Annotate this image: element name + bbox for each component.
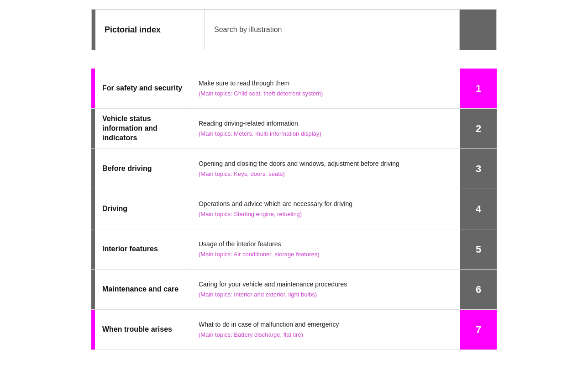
category-area-maintenance: Maintenance and care	[95, 270, 191, 309]
number-box-interior-features[interactable]: 5	[460, 229, 497, 269]
description-main-safety: Make sure to read through them	[199, 79, 452, 88]
description-area-vehicle-status: Reading driving-related information (Mai…	[191, 109, 460, 148]
description-area-trouble: What to do in case of malfunction and em…	[191, 310, 460, 350]
row-accent-vehicle-status	[91, 109, 95, 148]
index-row-before-driving[interactable]: Before driving Opening and closing the d…	[91, 149, 497, 189]
number-box-trouble[interactable]: 7	[460, 310, 497, 350]
description-main-trouble: What to do in case of malfunction and em…	[199, 320, 452, 329]
row-accent-before-driving	[91, 149, 95, 189]
category-area-trouble: When trouble arises	[95, 310, 191, 350]
row-accent-driving	[91, 189, 95, 229]
category-label-interior-features: Interior features	[102, 244, 158, 254]
number-box-driving[interactable]: 4	[460, 189, 497, 229]
row-accent-safety	[91, 69, 95, 108]
description-main-interior-features: Usage of the interior features	[199, 240, 452, 249]
number-label-interior-features: 5	[476, 244, 481, 255]
category-label-vehicle-status: Vehicle status information and indicator…	[102, 114, 184, 143]
category-label-before-driving: Before driving	[102, 164, 152, 174]
number-label-safety: 1	[476, 83, 481, 95]
header-title: Pictorial index	[105, 25, 161, 35]
header-search-area[interactable]: Search by illustration	[205, 10, 460, 50]
description-sub-vehicle-status: (Main topics: Meters, multi-information …	[199, 130, 452, 138]
description-main-vehicle-status: Reading driving-related information	[199, 119, 452, 128]
header-section: Pictorial index Search by illustration	[91, 9, 497, 50]
number-box-before-driving[interactable]: 3	[460, 149, 497, 189]
category-area-before-driving: Before driving	[95, 149, 191, 189]
description-area-interior-features: Usage of the interior features (Main top…	[191, 229, 460, 269]
description-area-before-driving: Opening and closing the doors and window…	[191, 149, 460, 189]
index-row-interior-features[interactable]: Interior features Usage of the interior …	[91, 229, 497, 270]
category-area-safety: For safety and security	[95, 69, 191, 108]
header-icon-box[interactable]	[460, 10, 496, 50]
description-main-maintenance: Caring for your vehicle and maintenance …	[199, 280, 452, 289]
description-sub-maintenance: (Main topics: Interior and exterior, lig…	[199, 291, 452, 299]
category-area-interior-features: Interior features	[95, 229, 191, 269]
description-sub-driving: (Main topics: Starting engine, refueling…	[199, 211, 452, 218]
number-label-trouble: 7	[476, 324, 481, 336]
row-accent-trouble	[91, 310, 95, 350]
number-label-before-driving: 3	[476, 163, 481, 175]
header-accent	[92, 10, 95, 50]
category-label-maintenance: Maintenance and care	[102, 285, 178, 294]
number-box-vehicle-status[interactable]: 2	[460, 109, 497, 148]
index-row-vehicle-status[interactable]: Vehicle status information and indicator…	[91, 109, 497, 149]
header-search-text: Search by illustration	[214, 26, 282, 34]
category-label-driving: Driving	[102, 204, 127, 214]
description-sub-safety: (Main topics: Child seat, theft deterren…	[199, 90, 452, 98]
category-area-driving: Driving	[95, 189, 191, 229]
description-sub-trouble: (Main topics: Battery discharge, flat ti…	[199, 331, 452, 339]
number-box-safety[interactable]: 1	[460, 69, 497, 108]
description-main-driving: Operations and advice which are necessar…	[199, 200, 452, 209]
index-row-trouble[interactable]: When trouble arises What to do in case o…	[91, 310, 497, 350]
number-label-vehicle-status: 2	[476, 123, 481, 135]
row-accent-maintenance	[91, 270, 95, 309]
description-area-driving: Operations and advice which are necessar…	[191, 189, 460, 229]
category-label-trouble: When trouble arises	[102, 325, 172, 334]
category-area-vehicle-status: Vehicle status information and indicator…	[95, 109, 191, 148]
index-row-maintenance[interactable]: Maintenance and care Caring for your veh…	[91, 270, 497, 310]
description-area-safety: Make sure to read through them (Main top…	[191, 69, 460, 108]
number-label-maintenance: 6	[476, 284, 481, 296]
description-main-before-driving: Opening and closing the doors and window…	[199, 159, 452, 169]
description-sub-interior-features: (Main topics: Air conditioner, storage f…	[199, 251, 452, 259]
description-sub-before-driving: (Main topics: Keys, doors, seats)	[199, 170, 452, 178]
index-rows: For safety and security Make sure to rea…	[91, 69, 497, 350]
number-box-maintenance[interactable]: 6	[460, 270, 497, 309]
category-label-safety: For safety and security	[102, 84, 182, 93]
index-row-driving[interactable]: Driving Operations and advice which are …	[91, 189, 497, 229]
header-title-area: Pictorial index	[95, 10, 205, 50]
row-accent-interior-features	[91, 229, 95, 269]
description-area-maintenance: Caring for your vehicle and maintenance …	[191, 270, 460, 309]
index-row-safety[interactable]: For safety and security Make sure to rea…	[91, 69, 497, 109]
number-label-driving: 4	[476, 203, 481, 215]
